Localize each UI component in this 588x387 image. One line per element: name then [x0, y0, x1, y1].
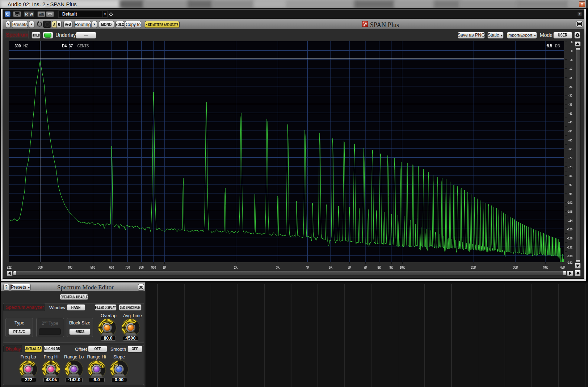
- svg-text:A: A: [39, 13, 41, 16]
- svg-text:B: B: [42, 13, 43, 16]
